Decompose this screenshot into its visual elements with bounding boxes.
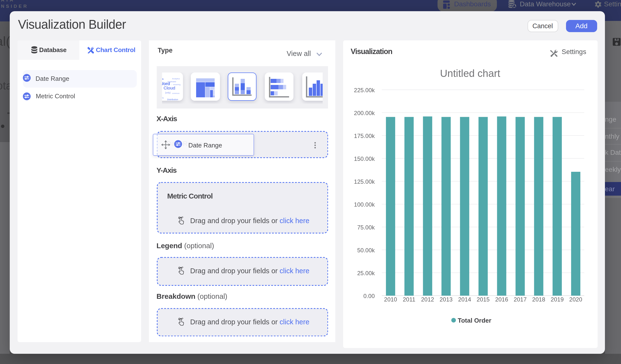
svg-text:25.00k: 25.00k: [357, 270, 375, 277]
svg-text:2010: 2010: [384, 296, 397, 303]
svg-text:100.00k: 100.00k: [354, 201, 375, 208]
svg-text:2019: 2019: [551, 296, 564, 303]
svg-text:2011: 2011: [403, 296, 415, 303]
svg-text:2017: 2017: [514, 296, 527, 303]
svg-text:200.00k: 200.00k: [354, 110, 375, 116]
svg-text:150.00k: 150.00k: [354, 156, 375, 162]
svg-text:125.00k: 125.00k: [354, 178, 375, 185]
svg-text:2012: 2012: [421, 296, 434, 303]
svg-text:2020: 2020: [569, 296, 582, 303]
svg-text:2015: 2015: [477, 296, 490, 303]
svg-text:50.00k: 50.00k: [357, 247, 375, 254]
svg-text:2013: 2013: [440, 296, 453, 303]
svg-text:175.00k: 175.00k: [354, 133, 375, 139]
svg-text:0.00: 0.00: [363, 293, 375, 299]
svg-text:2014: 2014: [458, 296, 471, 303]
svg-text:2018: 2018: [532, 296, 545, 303]
svg-text:75.00k: 75.00k: [357, 224, 375, 231]
svg-text:Total Order: Total Order: [458, 317, 491, 324]
svg-text:Untitled chart: Untitled chart: [440, 68, 500, 79]
svg-text:2016: 2016: [495, 296, 508, 303]
svg-text:225.00k: 225.00k: [354, 87, 375, 93]
